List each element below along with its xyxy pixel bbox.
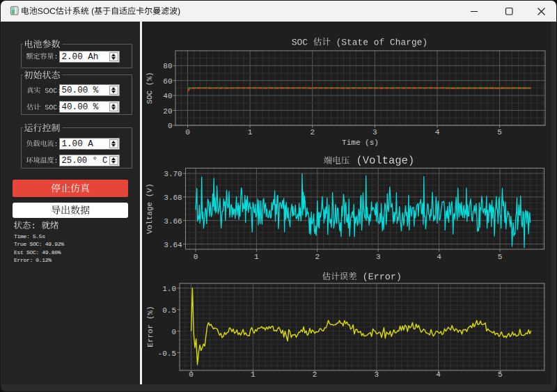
svg-text:80: 80 [163,62,172,70]
svg-text:3.68: 3.68 [164,194,182,202]
svg-text:3.64: 3.64 [164,241,182,249]
svg-text:1.0: 1.0 [162,285,176,293]
svg-text:Error (%): Error (%) [146,306,155,347]
svg-text:2: 2 [315,253,320,261]
svg-text:3.70: 3.70 [164,170,182,178]
svg-text:Error: 0.12%: Error: 0.12% [14,257,52,263]
svg-text:0: 0 [194,253,198,261]
svg-text:0: 0 [189,370,194,379]
svg-text:3: 3 [375,370,379,379]
svg-text:3: 3 [376,253,381,261]
svg-text:4: 4 [437,253,441,261]
svg-text:4: 4 [436,370,441,379]
svg-text:0: 0 [171,328,176,336]
svg-text:-0.5: -0.5 [158,350,176,358]
svg-text:2: 2 [310,128,315,136]
svg-text:40: 40 [163,92,172,100]
svg-text:2: 2 [313,370,317,379]
svg-text:1: 1 [254,253,259,261]
svg-text:40.00 %: 40.00 % [62,102,99,112]
svg-text:3: 3 [372,128,377,136]
svg-text:SOC (%): SOC (%) [146,72,154,104]
svg-text:5: 5 [497,128,502,136]
svg-text:2.00 Ah: 2.00 Ah [62,52,99,62]
svg-text:0.5: 0.5 [162,306,176,315]
svg-text:0: 0 [168,122,173,130]
svg-text:5: 5 [498,370,503,379]
svg-text:4: 4 [435,128,440,136]
svg-text:Time (s): Time (s) [342,139,379,147]
svg-text:1: 1 [248,128,253,136]
svg-text:5: 5 [498,253,503,261]
svg-text:Est SOC: 49.80%: Est SOC: 49.80% [14,249,61,256]
svg-text:3.66: 3.66 [164,217,182,226]
svg-text:25.00 ° C: 25.00 ° C [62,156,108,166]
svg-text:60: 60 [163,77,172,86]
svg-text:1: 1 [251,370,256,379]
svg-text:1.00 A: 1.00 A [62,139,94,149]
svg-text:20: 20 [163,107,172,116]
svg-text:50.00 %: 50.00 % [62,86,99,95]
svg-text:Time: 5.5s: Time: 5.5s [14,233,45,240]
svg-text:True SOC: 49.92%: True SOC: 49.92% [14,241,64,247]
svg-text:0: 0 [185,128,190,136]
svg-text:Voltage (V): Voltage (V) [146,183,154,234]
